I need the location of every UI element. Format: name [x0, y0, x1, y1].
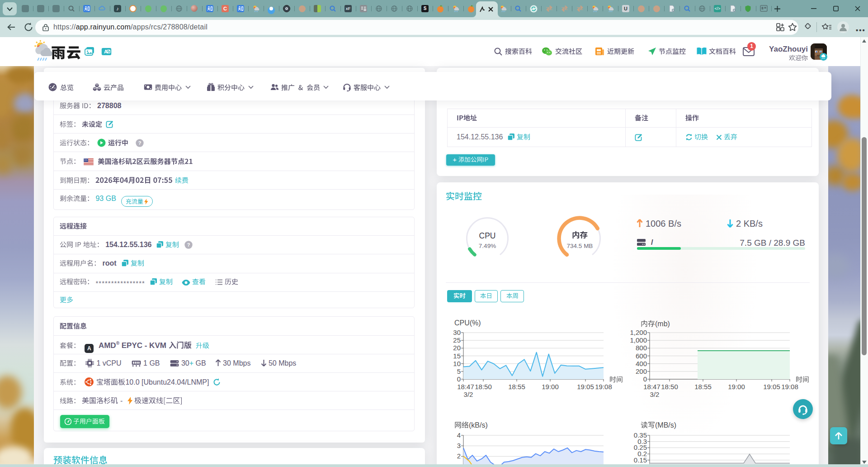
svg-text:?: ? — [138, 140, 142, 146]
svg-text:?: ? — [187, 242, 190, 248]
